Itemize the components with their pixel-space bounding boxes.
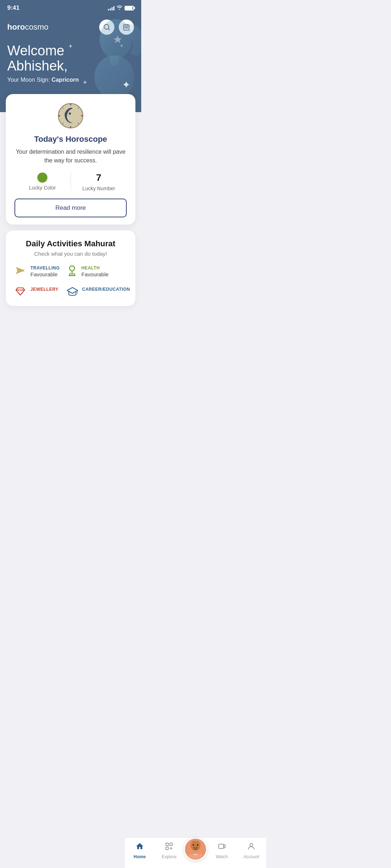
svg-point-13 (70, 104, 71, 105)
svg-point-20 (78, 123, 79, 124)
horoscope-title: Today's Horoscope (14, 135, 127, 144)
travelling-status: Favourable (30, 271, 60, 277)
activities-card: Daily Activities Mahurat Check what you … (6, 230, 135, 306)
app-logo: horocosmo (7, 22, 49, 32)
activity-item-jewellery[interactable]: JEWELLERY (14, 287, 60, 299)
lucky-color-dot (37, 173, 47, 183)
status-icons (108, 5, 134, 11)
travelling-info: TRAVELLING Favourable (30, 265, 60, 277)
health-name: HEALTH (81, 265, 109, 271)
career-info: CAREER/EDUCATION (82, 287, 130, 293)
hero-text: Welcome Abhishek, Your Moon Sign: Capric… (7, 43, 134, 83)
jewellery-name: JEWELLERY (30, 287, 58, 292)
battery-icon (125, 6, 134, 10)
lucky-color-item: Lucky Color (14, 173, 71, 191)
svg-point-16 (81, 115, 83, 116)
horoscope-description: Your determination and resilience will p… (14, 148, 127, 165)
health-info: HEALTH Favourable (81, 265, 109, 277)
travelling-icon (14, 265, 26, 278)
svg-point-22 (70, 266, 75, 271)
welcome-heading: Welcome Abhishek, (7, 43, 134, 74)
lucky-info-row: Lucky Color 7 Lucky Number (14, 172, 127, 191)
svg-point-18 (78, 107, 79, 109)
horoscope-icon-wrap (14, 103, 127, 129)
svg-point-14 (70, 126, 71, 128)
lucky-color-label: Lucky Color (29, 185, 56, 191)
svg-point-17 (63, 107, 64, 109)
svg-point-15 (59, 115, 60, 116)
lucky-number-item: 7 Lucky Number (71, 172, 127, 191)
career-name: CAREER/EDUCATION (82, 287, 130, 292)
svg-point-19 (63, 123, 64, 124)
travelling-name: TRAVELLING (30, 265, 60, 271)
horoscope-card: Today's Horoscope Your determination and… (6, 94, 135, 225)
jewellery-info: JEWELLERY (30, 287, 58, 293)
svg-point-12 (58, 103, 83, 128)
activity-item-travelling[interactable]: TRAVELLING Favourable (14, 265, 60, 280)
status-time: 9:41 (7, 4, 20, 12)
activities-title: Daily Activities Mahurat (14, 239, 127, 248)
activities-subtitle: Check what you can do today! (14, 251, 127, 257)
activity-item-career[interactable]: CAREER/EDUCATION (67, 287, 130, 299)
activity-item-health[interactable]: HEALTH Favourable (67, 265, 130, 280)
health-icon (67, 265, 77, 280)
career-icon (67, 287, 78, 299)
lucky-number-value: 7 (96, 172, 101, 183)
wifi-icon (117, 5, 122, 11)
moon-compass-icon (58, 103, 84, 129)
status-bar: 9:41 (0, 0, 141, 14)
jewellery-icon (14, 287, 26, 298)
signal-icon (108, 5, 114, 10)
svg-point-21 (69, 112, 71, 115)
moon-sign-text: Your Moon Sign: Capricorn (7, 77, 134, 83)
health-status: Favourable (81, 271, 109, 277)
activities-grid: TRAVELLING Favourable HEALTH (14, 265, 127, 299)
lucky-number-label: Lucky Number (83, 186, 115, 191)
read-more-button[interactable]: Read more (14, 199, 127, 217)
